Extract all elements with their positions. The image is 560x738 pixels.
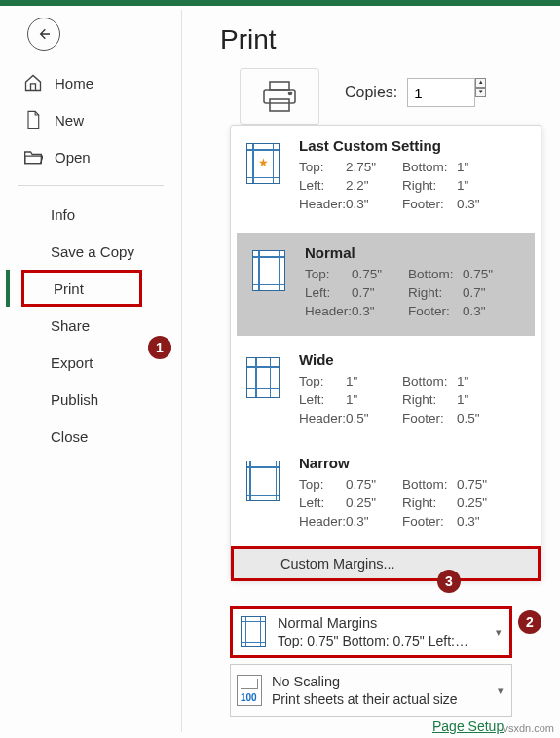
margin-option-wide[interactable]: Wide Top:1"Bottom:1" Left:1"Right:1" Hea…: [231, 340, 541, 443]
sidebar-separator: [18, 185, 164, 186]
copies-input[interactable]: [407, 78, 475, 107]
sidebar-divider: [181, 10, 182, 732]
scaling-icon: [237, 675, 262, 706]
sidebar-item-save-copy[interactable]: Save a Copy: [0, 233, 181, 270]
margin-icon: [241, 137, 285, 190]
print-panel: Copies: ▲ ▼ Last Custom Setting Top:2.75…: [220, 68, 550, 125]
print-button[interactable]: [240, 68, 319, 125]
sidebar-label: New: [55, 112, 84, 129]
callout-3: 3: [437, 570, 461, 593]
margins-dropdown: Last Custom Setting Top:2.75"Bottom:1" L…: [230, 125, 541, 580]
app-accent-bar: [0, 0, 560, 6]
page-title: Print: [220, 24, 277, 55]
callout-1: 1: [148, 336, 171, 359]
margin-icon: [239, 614, 268, 649]
scaling-selector[interactable]: No Scaling Print sheets at their actual …: [230, 664, 512, 717]
sidebar-item-close[interactable]: Close: [0, 418, 181, 455]
sidebar-item-print[interactable]: Print: [21, 270, 142, 307]
sidebar-item-open[interactable]: Open: [0, 138, 181, 175]
margin-option-narrow[interactable]: Narrow Top:0.75"Bottom:0.75" Left:0.25"R…: [231, 443, 541, 546]
back-arrow-icon: [36, 26, 52, 42]
copies-row: Copies: ▲ ▼: [345, 78, 486, 107]
margin-option-normal[interactable]: Normal Top:0.75"Bottom:0.75" Left:0.7"Ri…: [237, 233, 535, 336]
margin-icon: [246, 244, 291, 297]
printer-icon: [260, 80, 299, 113]
margin-icon: [241, 455, 285, 507]
new-icon: [23, 110, 43, 129]
sidebar-item-info[interactable]: Info: [0, 196, 181, 233]
page-setup-link[interactable]: Page Setup: [432, 719, 504, 734]
sidebar-label: Home: [55, 75, 93, 92]
callout-2: 2: [518, 610, 541, 634]
copies-spinner: ▲ ▼: [475, 78, 486, 107]
svg-rect-2: [270, 99, 289, 111]
copies-label: Copies:: [345, 84, 397, 101]
sidebar-label: Open: [55, 149, 91, 166]
back-button[interactable]: [27, 18, 60, 51]
sidebar: Home New Open Info Save a Copy Print Sha…: [0, 58, 181, 738]
svg-point-3: [289, 92, 292, 95]
spinner-up-icon[interactable]: ▲: [475, 78, 486, 88]
footer-text: vsxdn.com: [503, 722, 554, 734]
active-indicator: [6, 270, 10, 307]
sidebar-item-new[interactable]: New: [0, 101, 181, 138]
sidebar-item-publish[interactable]: Publish: [0, 381, 181, 418]
home-icon: [23, 73, 43, 92]
margin-icon: [241, 351, 285, 404]
margin-option-last-custom[interactable]: Last Custom Setting Top:2.75"Bottom:1" L…: [231, 126, 541, 229]
sidebar-item-home[interactable]: Home: [0, 64, 181, 101]
margins-selector[interactable]: Normal Margins Top: 0.75" Bottom: 0.75" …: [230, 606, 512, 658]
svg-rect-0: [270, 82, 289, 90]
spinner-down-icon[interactable]: ▼: [475, 88, 486, 97]
open-icon: [23, 147, 43, 166]
custom-margins-button[interactable]: Custom Margins...: [231, 546, 541, 581]
